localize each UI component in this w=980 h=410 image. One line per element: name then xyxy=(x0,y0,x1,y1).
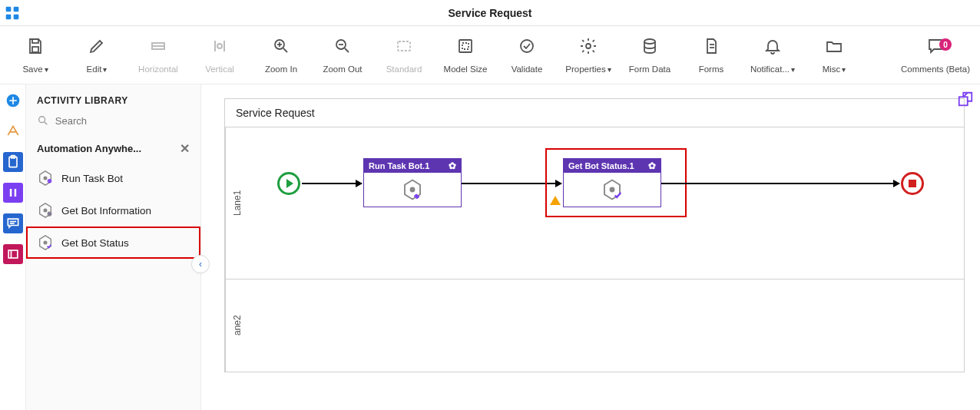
zoom-out-icon xyxy=(333,35,352,57)
task-node-run-task-bot[interactable]: Run Task Bot.1 ✿ xyxy=(363,158,462,207)
apps-menu-button[interactable] xyxy=(0,0,25,26)
svg-rect-1 xyxy=(14,6,19,12)
toolbar: Save▾ Edit▾ Horizontal Vertical Zoom In … xyxy=(0,26,980,84)
model-size-icon xyxy=(456,35,475,57)
chevron-down-icon: ▾ xyxy=(842,65,846,74)
end-event-node[interactable] xyxy=(901,172,924,195)
horizontal-button: Horizontal xyxy=(127,29,189,74)
gear-icon[interactable]: ✿ xyxy=(449,160,456,171)
zoom-in-button[interactable]: Zoom In xyxy=(250,29,312,74)
svg-rect-19 xyxy=(459,40,472,52)
folder-icon xyxy=(825,35,843,57)
svg-point-34 xyxy=(39,117,45,123)
svg-rect-29 xyxy=(14,189,16,197)
forms-button[interactable]: Forms xyxy=(680,29,742,74)
text-tool-button[interactable] xyxy=(3,121,23,141)
comments-button[interactable]: 0 Comments (Beta) xyxy=(896,29,975,74)
swimlane-1: Lane1 Run Task Bot.1 ✿ xyxy=(225,127,964,279)
comment-count-badge: 0 xyxy=(939,38,952,51)
pause-tool-button[interactable] xyxy=(3,183,23,203)
search-input[interactable] xyxy=(55,115,190,127)
search-icon xyxy=(37,114,49,127)
svg-line-35 xyxy=(45,122,47,124)
svg-point-36 xyxy=(44,177,47,180)
flow-edge[interactable] xyxy=(661,183,899,184)
page-title: Service Request xyxy=(449,7,532,19)
chevron-down-icon: ▾ xyxy=(791,65,795,74)
activity-item-run-task-bot[interactable]: Run Task Bot xyxy=(26,162,200,194)
properties-button[interactable]: Properties▾ xyxy=(558,29,619,74)
expand-canvas-button[interactable] xyxy=(957,91,974,110)
misc-button[interactable]: Misc▾ xyxy=(803,29,865,74)
clipboard-button[interactable] xyxy=(3,152,23,172)
gear-icon[interactable]: ✿ xyxy=(648,160,656,171)
save-button[interactable]: Save▾ xyxy=(5,29,66,74)
chevron-down-icon: ▾ xyxy=(608,65,611,74)
app-header: Service Request xyxy=(0,0,980,26)
svg-point-38 xyxy=(44,209,47,212)
search-wrap xyxy=(26,114,200,135)
validate-button[interactable]: Validate xyxy=(496,29,558,74)
vertical-button: Vertical xyxy=(189,29,250,74)
standard-zoom-icon xyxy=(395,35,413,57)
library-group-name: Automation Anywhe... xyxy=(37,143,141,154)
activity-library-panel: ACTIVITY LIBRARY Automation Anywhe... ✕ … xyxy=(26,84,201,410)
canvas[interactable]: Service Request Lane1 Run Task Bot.1 ✿ xyxy=(201,84,980,410)
close-group-icon[interactable]: ✕ xyxy=(180,141,190,156)
svg-point-22 xyxy=(644,39,655,44)
svg-point-44 xyxy=(611,188,614,192)
activity-label: Get Bot Status xyxy=(61,237,129,249)
form-data-button[interactable]: Form Data xyxy=(619,29,680,74)
svg-rect-42 xyxy=(959,97,968,105)
validate-icon xyxy=(518,35,536,57)
svg-rect-32 xyxy=(8,250,18,258)
notifications-button[interactable]: Notificat...▾ xyxy=(742,29,803,74)
library-heading: ACTIVITY LIBRARY xyxy=(26,84,200,114)
library-group-header[interactable]: Automation Anywhe... ✕ xyxy=(26,135,200,162)
hexagon-icon: i xyxy=(37,202,54,219)
lane-label: Lane1 xyxy=(225,127,248,279)
svg-point-9 xyxy=(217,44,222,48)
model-size-button[interactable]: Model Size xyxy=(435,29,496,74)
bell-icon xyxy=(763,35,782,57)
chevron-down-icon: ▾ xyxy=(103,65,107,74)
start-event-node[interactable] xyxy=(277,172,300,195)
edit-button[interactable]: Edit▾ xyxy=(66,29,127,74)
svg-rect-28 xyxy=(9,189,11,197)
comment-icon: 0 xyxy=(926,35,945,57)
svg-rect-18 xyxy=(398,41,410,51)
note-tool-button[interactable] xyxy=(3,244,23,264)
svg-rect-0 xyxy=(6,6,12,12)
chat-tool-button[interactable] xyxy=(3,213,23,233)
apps-grid-icon xyxy=(5,5,20,21)
left-rail xyxy=(0,84,26,410)
process-title: Service Request xyxy=(225,99,964,127)
main-area: ACTIVITY LIBRARY Automation Anywhe... ✕ … xyxy=(0,84,980,410)
lane-label: ane2 xyxy=(225,279,248,372)
svg-point-21 xyxy=(586,44,591,48)
node-title: Get Bot Status.1 xyxy=(568,161,634,170)
warning-icon xyxy=(550,196,561,205)
svg-point-43 xyxy=(411,188,415,192)
svg-text:i: i xyxy=(49,213,50,217)
save-icon xyxy=(26,35,45,57)
gear-icon xyxy=(579,35,598,57)
svg-rect-4 xyxy=(32,39,38,43)
hexagon-icon xyxy=(401,178,424,201)
flow-edge[interactable] xyxy=(302,183,362,184)
chevron-down-icon: ▾ xyxy=(45,65,48,74)
zoom-out-button[interactable]: Zoom Out xyxy=(312,29,373,74)
svg-point-41 xyxy=(44,241,47,244)
svg-rect-5 xyxy=(32,47,38,52)
activity-label: Run Task Bot xyxy=(61,173,123,184)
activity-item-get-bot-status[interactable]: Get Bot Status xyxy=(26,226,200,259)
activity-item-get-bot-info[interactable]: i Get Bot Information xyxy=(26,194,200,226)
task-node-get-bot-status[interactable]: Get Bot Status.1 ✿ xyxy=(563,158,661,207)
add-button[interactable] xyxy=(3,91,23,111)
svg-point-20 xyxy=(521,40,533,52)
horizontal-layout-icon xyxy=(149,35,167,57)
zoom-in-icon xyxy=(272,35,290,57)
svg-line-16 xyxy=(345,48,349,52)
hexagon-icon xyxy=(601,178,624,201)
standard-button: Standard xyxy=(373,29,435,74)
